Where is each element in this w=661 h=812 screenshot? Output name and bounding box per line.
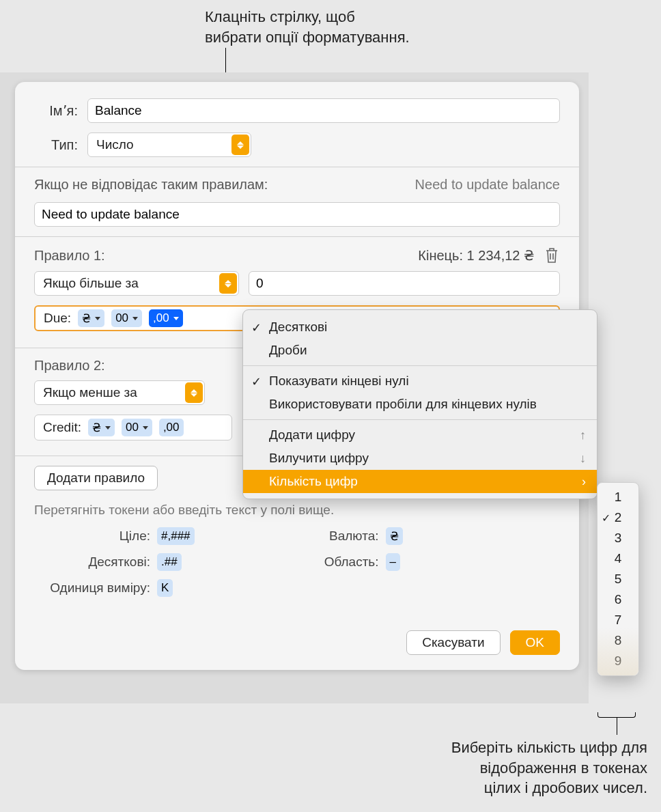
name-input[interactable] <box>87 98 560 123</box>
digit-option-2[interactable]: ✓2 <box>597 507 638 528</box>
check-icon: ✓ <box>602 512 610 524</box>
region-token-label: Область: <box>283 555 379 570</box>
up-arrow-icon: ↑ <box>580 428 586 443</box>
decimal-token-label: Десяткові: <box>34 555 150 570</box>
menu-spaces-for-zeros[interactable]: Використовувати пробіли для кінцевих нул… <box>243 393 597 416</box>
type-dropdown[interactable]: Число <box>87 132 251 157</box>
currency-chip[interactable]: ₴ <box>78 309 104 327</box>
rule2-condition-value: Якщо менше за <box>43 385 180 400</box>
callout-top: Клацніть стрілку, щоб вибрати опції форм… <box>205 7 458 47</box>
decimal-token[interactable]: .## <box>157 553 182 571</box>
cancel-button[interactable]: Скасувати <box>406 630 500 655</box>
menu-trailing-zeros[interactable]: ✓Показувати кінцеві нулі <box>243 369 597 393</box>
rule2-format-bar[interactable]: Credit: ₴ 00 ,00 <box>34 415 232 440</box>
no-match-input[interactable] <box>34 202 560 227</box>
digit-option-5[interactable]: 5 <box>597 569 638 589</box>
rule1-condition-dropdown[interactable]: Якщо більше за <box>34 271 239 296</box>
no-match-label: Якщо не відповідає таким правилам: <box>34 177 268 193</box>
menu-fractions[interactable]: Дроби <box>243 339 597 362</box>
digit-option-9[interactable]: 9 <box>597 651 638 671</box>
no-match-preview: Need to update balance <box>277 177 560 193</box>
menu-digit-count[interactable]: Кількість цифр› <box>243 470 597 493</box>
rule1-value-input[interactable] <box>249 271 560 296</box>
rule1-title: Правило 1: <box>34 248 105 264</box>
add-rule-button[interactable]: Додати правило <box>34 466 158 490</box>
drag-hint: Перетягніть токени або введіть текст у п… <box>34 503 560 518</box>
format-options-menu: ✓Десяткові Дроби ✓Показувати кінцеві нул… <box>242 309 597 499</box>
rule2-condition-dropdown[interactable]: Якщо менше за <box>34 380 205 405</box>
region-token[interactable]: – <box>386 553 400 571</box>
ok-button[interactable]: OK <box>510 630 560 655</box>
currency-token-label: Валюта: <box>283 529 379 544</box>
delete-rule-icon[interactable] <box>544 247 560 264</box>
digit-option-3[interactable]: 3 <box>597 528 638 548</box>
rule1-condition-value: Якщо більше за <box>43 276 214 291</box>
currency-token[interactable]: ₴ <box>386 527 403 545</box>
name-label: Імʼя: <box>34 102 78 119</box>
dropdown-toggle-icon[interactable] <box>231 135 249 155</box>
type-value: Число <box>96 137 226 152</box>
digit-option-6[interactable]: 6 <box>597 589 638 610</box>
integer-token-label: Ціле: <box>34 529 150 544</box>
callout-bottom: Виберіть кількість цифр для відображення… <box>374 738 647 798</box>
chevron-right-icon: › <box>582 475 586 489</box>
integers-chip[interactable]: 00 <box>122 419 152 436</box>
menu-remove-digit[interactable]: Вилучити цифру↓ <box>243 447 597 470</box>
type-label: Тип: <box>34 137 78 153</box>
unit-token-label: Одиниця виміру: <box>34 580 150 596</box>
rule1-prefix: Due: <box>41 311 71 326</box>
integer-token[interactable]: #,### <box>157 527 195 545</box>
menu-add-digit[interactable]: Додати цифру↑ <box>243 423 597 447</box>
down-arrow-icon: ↓ <box>580 451 586 466</box>
dropdown-toggle-icon[interactable] <box>185 382 203 403</box>
callout-leader-line-bottom <box>617 717 617 735</box>
decimals-chip[interactable]: ,00 <box>149 309 183 327</box>
currency-chip[interactable]: ₴ <box>88 419 115 436</box>
menu-decimals[interactable]: ✓Десяткові <box>243 316 597 339</box>
digit-option-8[interactable]: 8 <box>597 630 638 651</box>
decimals-chip[interactable]: ,00 <box>159 419 184 436</box>
rule2-title: Правило 2: <box>34 358 105 374</box>
rule1-end-preview: Кінець: 1 234,12 ₴ <box>418 247 534 264</box>
unit-token[interactable]: K <box>157 579 173 597</box>
digit-option-1[interactable]: 1 <box>597 487 638 507</box>
digit-count-submenu: 1✓23456789 <box>597 482 639 676</box>
digit-option-4[interactable]: 4 <box>597 548 638 569</box>
digit-option-7[interactable]: 7 <box>597 610 638 630</box>
integers-chip[interactable]: 00 <box>111 309 142 327</box>
rule2-prefix: Credit: <box>40 420 81 435</box>
dropdown-toggle-icon[interactable] <box>219 273 237 294</box>
